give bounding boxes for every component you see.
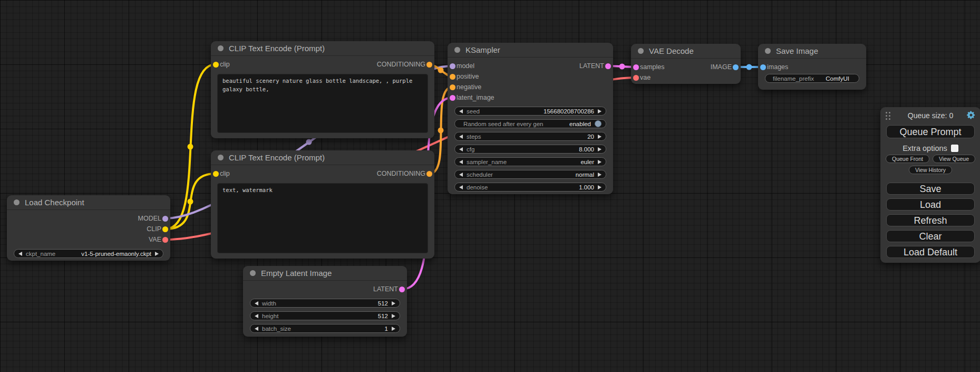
input-slot-latent-image[interactable] [450, 95, 455, 101]
node-title-bar[interactable]: KSampler [448, 43, 613, 58]
input-slot-vae[interactable] [633, 75, 639, 81]
widget-batch-size[interactable]: batch_size 1 [250, 324, 400, 333]
widget-seed[interactable]: seed 156680208700286 [454, 107, 606, 116]
refresh-button[interactable]: Refresh [886, 214, 975, 226]
decrement-icon[interactable] [255, 327, 258, 331]
save-button[interactable]: Save [886, 183, 975, 195]
decrement-icon[interactable] [459, 109, 463, 113]
prompt-text-input[interactable]: text, watermark [217, 183, 428, 253]
input-label-vae: vae [640, 74, 651, 81]
collapse-dot-icon[interactable] [218, 45, 224, 51]
output-slot-clip[interactable] [162, 226, 168, 232]
clear-button[interactable]: Clear [886, 230, 975, 242]
widget-width[interactable]: width 512 [250, 299, 400, 308]
collapse-dot-icon[interactable] [454, 47, 460, 53]
input-label-images: images [767, 63, 788, 71]
node-title-bar[interactable]: Empty Latent Image [243, 266, 407, 281]
output-slot-latent[interactable] [605, 63, 611, 69]
output-slot-conditioning[interactable] [426, 62, 432, 68]
node-clip-text-encode-positive[interactable]: CLIP Text Encode (Prompt) clip CONDITION… [211, 41, 434, 138]
node-title: Load Checkpoint [25, 198, 84, 207]
widget-cfg[interactable]: cfg 8.000 [454, 145, 606, 154]
queue-size-label: Queue size: 0 [880, 111, 980, 120]
input-slot-positive[interactable] [450, 74, 455, 80]
collapse-dot-icon[interactable] [765, 48, 771, 54]
node-clip-text-encode-negative[interactable]: CLIP Text Encode (Prompt) clip CONDITION… [211, 150, 434, 259]
node-title-bar[interactable]: CLIP Text Encode (Prompt) [211, 150, 434, 165]
node-ksampler[interactable]: KSampler model LATENT positive negative [448, 43, 613, 194]
collapse-dot-icon[interactable] [218, 155, 224, 160]
input-label-clip: clip [220, 61, 230, 68]
increment-icon[interactable] [392, 301, 395, 306]
toggle-enabled-icon[interactable] [595, 120, 601, 127]
collapse-dot-icon[interactable] [14, 199, 20, 205]
load-default-button[interactable]: Load Default [886, 246, 975, 258]
increment-icon[interactable] [598, 147, 601, 151]
decrement-icon[interactable] [255, 314, 258, 318]
output-slot-vae[interactable] [162, 237, 168, 243]
node-title-bar[interactable]: Save Image [758, 44, 866, 59]
load-button[interactable]: Load [886, 198, 975, 211]
increment-icon[interactable] [392, 314, 395, 318]
widget-denoise[interactable]: denoise 1.000 [454, 183, 606, 192]
decrement-icon[interactable] [459, 173, 463, 177]
widget-steps[interactable]: steps 20 [454, 132, 606, 141]
input-label-positive: positive [457, 73, 479, 80]
output-slot-model[interactable] [162, 216, 168, 222]
view-queue-button[interactable]: View Queue [933, 155, 975, 163]
queue-menu-panel: Queue size: 0 Queue Prompt Extra options… [880, 107, 980, 263]
node-title: CLIP Text Encode (Prompt) [229, 153, 325, 162]
node-empty-latent-image[interactable]: Empty Latent Image LATENT width 512 heig… [243, 266, 407, 337]
queue-prompt-button[interactable]: Queue Prompt [886, 125, 975, 138]
input-slot-images[interactable] [760, 64, 766, 70]
decrement-icon[interactable] [459, 185, 463, 189]
increment-icon[interactable] [598, 185, 601, 189]
increment-icon[interactable] [598, 160, 601, 164]
input-slot-samples[interactable] [633, 64, 639, 70]
output-label-latent: LATENT [373, 285, 398, 293]
increment-icon[interactable] [598, 173, 601, 177]
widget-ckpt-name[interactable]: ckpt_name v1-5-pruned-emaonly.ckpt [14, 249, 163, 258]
output-slot-conditioning[interactable] [426, 171, 432, 177]
node-title: CLIP Text Encode (Prompt) [229, 44, 325, 53]
input-slot-clip[interactable] [213, 171, 219, 177]
node-graph-canvas[interactable]: Load Checkpoint MODEL CLIP VAE ckpt_ [0, 0, 980, 372]
input-slot-negative[interactable] [450, 84, 455, 90]
settings-gear-icon[interactable] [966, 110, 976, 120]
collapse-dot-icon[interactable] [638, 48, 644, 54]
widget-scheduler[interactable]: scheduler normal [454, 170, 606, 179]
node-title-bar[interactable]: Load Checkpoint [7, 195, 170, 210]
decrement-icon[interactable] [459, 147, 463, 151]
increment-icon[interactable] [392, 327, 395, 331]
collapse-dot-icon[interactable] [250, 270, 256, 276]
node-title-bar[interactable]: CLIP Text Encode (Prompt) [211, 41, 434, 56]
link-midpoint-dot [306, 139, 312, 145]
decrement-icon[interactable] [255, 301, 258, 306]
node-save-image[interactable]: Save Image images filename_prefix ComfyU… [758, 44, 866, 90]
widget-random-seed-toggle[interactable]: Random seed after every gen enabled [454, 119, 606, 128]
output-slot-image[interactable] [733, 64, 739, 70]
node-title-bar[interactable]: VAE Decode [631, 44, 741, 59]
increment-icon[interactable] [155, 252, 159, 256]
queue-front-button[interactable]: Queue Front [886, 155, 929, 163]
decrement-icon[interactable] [18, 252, 22, 256]
input-slot-model[interactable] [450, 63, 455, 69]
node-title: Empty Latent Image [261, 269, 332, 278]
widget-sampler-name[interactable]: sampler_name euler [454, 157, 606, 166]
decrement-icon[interactable] [459, 160, 463, 164]
widget-filename-prefix[interactable]: filename_prefix ComfyUI [765, 74, 859, 83]
extra-options-checkbox[interactable] [951, 145, 958, 152]
input-slot-clip[interactable] [213, 62, 219, 68]
increment-icon[interactable] [598, 109, 601, 113]
node-load-checkpoint[interactable]: Load Checkpoint MODEL CLIP VAE ckpt_ [7, 195, 170, 261]
widget-height[interactable]: height 512 [250, 311, 400, 320]
view-history-button[interactable]: View History [909, 166, 952, 174]
node-vae-decode[interactable]: VAE Decode samples IMAGE vae [631, 44, 741, 84]
output-slot-latent[interactable] [399, 287, 405, 292]
prompt-text-input[interactable]: beautiful scenery nature glass bottle la… [217, 74, 428, 133]
output-label-clip: CLIP [147, 225, 161, 233]
link-midpoint-dot [438, 68, 444, 73]
decrement-icon[interactable] [459, 135, 463, 139]
increment-icon[interactable] [598, 135, 601, 139]
output-label-vae: VAE [149, 236, 161, 243]
